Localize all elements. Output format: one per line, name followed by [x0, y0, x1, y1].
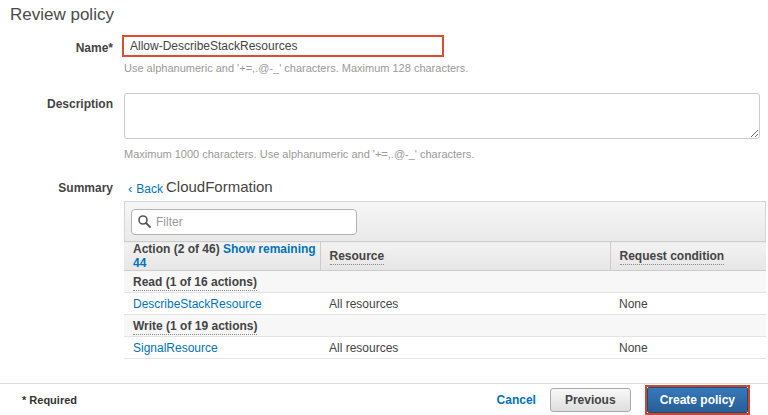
chevron-left-icon: ‹: [128, 181, 132, 196]
action-link-signalresource[interactable]: SignalResource: [133, 341, 218, 355]
create-policy-button[interactable]: Create policy: [647, 387, 748, 413]
summary-label: Summary: [0, 181, 113, 195]
column-header-resource: Resource: [320, 242, 610, 271]
name-input[interactable]: [124, 37, 442, 55]
create-policy-highlight: Create policy: [645, 385, 750, 415]
back-link[interactable]: ‹Back: [128, 181, 163, 196]
description-textarea[interactable]: [124, 93, 760, 139]
condition-cell: None: [619, 297, 648, 311]
table-row: DescribeStackResource All resources None: [124, 293, 766, 315]
page-title: Review policy: [10, 5, 114, 25]
summary-panel: Action (2 of 46) Show remaining 44 Resou…: [124, 201, 766, 359]
description-help-text: Maximum 1000 characters. Use alphanumeri…: [124, 148, 474, 160]
group-header-write: Write (1 of 19 actions): [133, 319, 257, 335]
table-row: SignalResource All resources None: [124, 337, 766, 359]
footer-bar: * Required Cancel Previous Create policy: [0, 383, 768, 415]
resource-cell: All resources: [329, 297, 398, 311]
name-label: Name*: [0, 41, 113, 55]
back-link-label: Back: [136, 182, 163, 196]
filter-input[interactable]: [131, 209, 357, 235]
name-help-text: Use alphanumeric and '+=,.@-_' character…: [124, 62, 468, 74]
column-header-action: Action (2 of 46) Show remaining 44: [124, 242, 320, 271]
service-title: CloudFormation: [166, 178, 273, 195]
resource-cell: All resources: [329, 341, 398, 355]
condition-cell: None: [619, 341, 648, 355]
filter-toolbar: [124, 201, 766, 241]
table-header-row: Action (2 of 46) Show remaining 44 Resou…: [124, 242, 766, 271]
description-label: Description: [0, 97, 113, 111]
review-policy-page: Review policy Name* Use alphanumeric and…: [0, 0, 768, 415]
cancel-button[interactable]: Cancel: [497, 393, 536, 407]
previous-button[interactable]: Previous: [550, 388, 631, 412]
policy-summary-table: Action (2 of 46) Show remaining 44 Resou…: [124, 241, 766, 359]
group-row-write: Write (1 of 19 actions): [124, 315, 766, 337]
required-note: * Required: [22, 394, 77, 406]
action-link-describestackresource[interactable]: DescribeStackResource: [133, 297, 262, 311]
name-field-highlight: [122, 35, 444, 57]
column-header-request-condition: Request condition: [610, 242, 766, 271]
group-header-read: Read (1 of 16 actions): [133, 275, 257, 291]
group-row-read: Read (1 of 16 actions): [124, 271, 766, 293]
